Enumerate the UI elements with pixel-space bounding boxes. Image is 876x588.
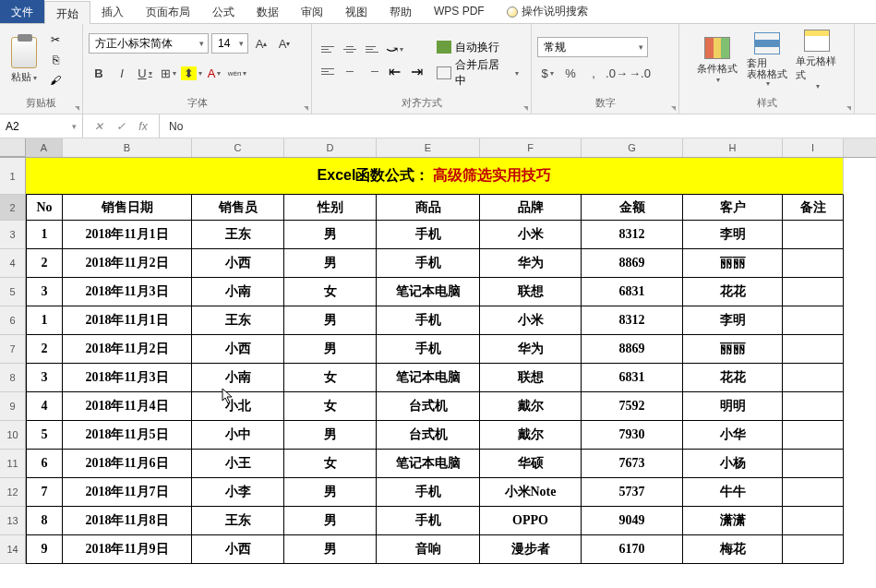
data-cell[interactable] [783, 221, 844, 249]
data-cell[interactable] [783, 535, 844, 564]
data-cell[interactable]: 手机 [377, 221, 480, 249]
title-cell[interactable]: Excel函数公式：高级筛选实用技巧 [26, 158, 844, 195]
data-cell[interactable]: 3 [26, 364, 63, 392]
align-left-icon[interactable] [318, 61, 338, 81]
data-cell[interactable] [783, 392, 844, 421]
increase-decimal-icon[interactable]: .0→ [606, 63, 627, 83]
data-cell[interactable]: 2018年11月8日 [63, 507, 192, 535]
row-header-12[interactable]: 12 [0, 478, 26, 507]
row-header-14[interactable]: 14 [0, 535, 26, 564]
row-header-10[interactable]: 10 [0, 421, 26, 450]
header-cell[interactable]: No [26, 195, 63, 221]
percent-button[interactable]: % [560, 63, 581, 83]
data-cell[interactable]: 5 [26, 421, 63, 450]
data-cell[interactable]: 9 [26, 535, 63, 564]
data-cell[interactable] [783, 249, 844, 278]
data-cell[interactable]: 8869 [582, 249, 683, 278]
data-cell[interactable]: 笔记本电脑 [377, 364, 480, 392]
data-cell[interactable]: 2 [26, 335, 63, 364]
align-bottom-icon[interactable] [362, 39, 382, 59]
data-cell[interactable]: 梅花 [683, 535, 783, 564]
data-cell[interactable]: 小北 [192, 392, 284, 421]
col-header-F[interactable]: F [480, 138, 582, 157]
data-cell[interactable]: 2018年11月3日 [63, 278, 192, 306]
decrease-decimal-icon[interactable]: →.0 [630, 63, 650, 83]
header-cell[interactable]: 品牌 [480, 195, 582, 221]
cell-style-button[interactable]: 单元格样式▾ [794, 28, 840, 92]
data-cell[interactable]: 花花 [683, 364, 783, 392]
data-cell[interactable]: 男 [284, 221, 377, 249]
font-size-combo[interactable]: 14 [211, 33, 248, 54]
underline-button[interactable]: U▾ [135, 63, 155, 83]
menu-data[interactable]: 数据 [246, 0, 290, 23]
menu-tellme[interactable]: 操作说明搜索 [496, 0, 599, 23]
table-format-button[interactable]: 套用 表格格式▾ [744, 30, 790, 90]
align-right-icon[interactable] [362, 61, 382, 81]
data-cell[interactable] [783, 478, 844, 507]
col-header-E[interactable]: E [377, 138, 480, 157]
col-header-A[interactable]: A [26, 138, 63, 157]
data-cell[interactable]: 2018年11月2日 [63, 335, 192, 364]
font-color-button[interactable]: A▾ [204, 63, 224, 83]
col-header-B[interactable]: B [63, 138, 192, 157]
header-cell[interactable]: 销售员 [192, 195, 284, 221]
data-cell[interactable]: 潇潇 [683, 507, 783, 535]
conditional-format-button[interactable]: 条件格式▾ [694, 35, 740, 86]
data-cell[interactable] [783, 335, 844, 364]
data-cell[interactable]: 笔记本电脑 [377, 450, 480, 478]
data-cell[interactable] [783, 306, 844, 335]
menu-wpspdf[interactable]: WPS PDF [423, 0, 496, 23]
cut-icon[interactable]: ✂ [46, 30, 65, 49]
row-header-5[interactable]: 5 [0, 278, 26, 306]
format-painter-icon[interactable]: 🖌 [46, 71, 65, 90]
data-cell[interactable]: 手机 [377, 249, 480, 278]
data-cell[interactable]: 2018年11月3日 [63, 364, 192, 392]
name-box[interactable]: A2 [0, 114, 83, 138]
data-cell[interactable]: 李明 [683, 221, 783, 249]
data-cell[interactable]: 7592 [582, 392, 683, 421]
data-cell[interactable]: 王东 [192, 306, 284, 335]
data-cell[interactable]: 9049 [582, 507, 683, 535]
header-cell[interactable]: 客户 [683, 195, 783, 221]
data-cell[interactable]: 小米 [480, 306, 582, 335]
header-cell[interactable]: 金额 [582, 195, 683, 221]
data-cell[interactable]: 男 [284, 478, 377, 507]
data-cell[interactable]: 7930 [582, 421, 683, 450]
data-cell[interactable]: 手机 [377, 507, 480, 535]
fx-icon[interactable]: fx [133, 117, 153, 136]
data-cell[interactable]: 小王 [192, 450, 284, 478]
cells-area[interactable]: Excel函数公式：高级筛选实用技巧No销售日期销售员性别商品品牌金额客户备注1… [26, 158, 844, 564]
data-cell[interactable]: 7 [26, 478, 63, 507]
data-cell[interactable]: 8 [26, 507, 63, 535]
row-header-11[interactable]: 11 [0, 450, 26, 478]
data-cell[interactable] [783, 421, 844, 450]
data-cell[interactable]: 小杨 [683, 450, 783, 478]
data-cell[interactable]: 手机 [377, 335, 480, 364]
copy-icon[interactable]: ⎘ [46, 51, 65, 69]
data-cell[interactable]: 男 [284, 535, 377, 564]
data-cell[interactable]: 小华 [683, 421, 783, 450]
data-cell[interactable]: 戴尔 [480, 392, 582, 421]
phonetic-button[interactable]: wén▾ [227, 63, 247, 83]
row-header-1[interactable]: 1 [0, 158, 26, 195]
cancel-formula-icon[interactable]: ✕ [89, 117, 109, 136]
data-cell[interactable]: 联想 [480, 364, 582, 392]
indent-decrease-icon[interactable]: ⇤ [384, 61, 404, 81]
merge-center-button[interactable]: 合并后居中▾ [430, 62, 525, 84]
number-format-combo[interactable]: 常规 [537, 37, 648, 57]
data-cell[interactable]: 华为 [480, 249, 582, 278]
data-cell[interactable]: 小南 [192, 364, 284, 392]
row-header-9[interactable]: 9 [0, 392, 26, 421]
data-cell[interactable]: 小西 [192, 535, 284, 564]
data-cell[interactable]: 女 [284, 364, 377, 392]
data-cell[interactable]: 男 [284, 306, 377, 335]
data-cell[interactable]: 6831 [582, 364, 683, 392]
data-cell[interactable]: 6 [26, 450, 63, 478]
bold-button[interactable]: B [89, 63, 109, 83]
col-header-I[interactable]: I [783, 138, 844, 157]
col-header-D[interactable]: D [284, 138, 377, 157]
align-center-icon[interactable] [340, 61, 360, 81]
grid[interactable]: 1234567891011121314 Excel函数公式：高级筛选实用技巧No… [0, 158, 876, 564]
data-cell[interactable]: 6831 [582, 278, 683, 306]
data-cell[interactable]: 小西 [192, 249, 284, 278]
